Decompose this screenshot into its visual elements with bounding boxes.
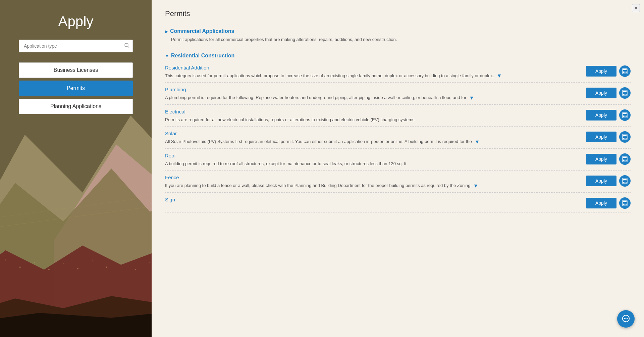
svg-rect-47	[626, 116, 627, 117]
svg-rect-60	[626, 159, 627, 159]
svg-line-21	[0, 193, 152, 222]
permit-item-electrical: Electrical Permits are required for all …	[165, 105, 631, 127]
svg-marker-5	[0, 296, 152, 337]
permit-info-electrical: Electrical Permits are required for all …	[165, 109, 586, 123]
svg-rect-53	[623, 138, 624, 139]
svg-marker-6	[0, 310, 152, 337]
apply-button-electrical[interactable]: Apply	[586, 110, 616, 121]
svg-point-10	[34, 262, 35, 263]
permit-name-fence: Fence	[165, 175, 579, 180]
permit-name-solar: Solar	[165, 131, 579, 136]
search-input[interactable]	[19, 40, 133, 52]
svg-rect-45	[623, 116, 624, 117]
svg-point-82	[626, 318, 627, 319]
category-commercial: ▶ Commercial Applications Permit applica…	[165, 25, 631, 46]
calc-button-electrical[interactable]	[619, 109, 631, 121]
svg-point-14	[92, 260, 93, 261]
search-button[interactable]	[124, 43, 129, 49]
apply-button-roof[interactable]: Apply	[586, 154, 616, 164]
svg-rect-42	[623, 115, 624, 115]
svg-rect-55	[626, 138, 627, 139]
right-panel: × Permits ▶ Commercial Applications Perm…	[152, 0, 644, 337]
permit-desc-residential-addition: This category is used for permit applica…	[165, 73, 494, 79]
calc-button-residential-addition[interactable]	[619, 65, 631, 77]
permit-item-roof: Roof A building permit is required to re…	[165, 149, 631, 171]
apply-button-residential-addition[interactable]: Apply	[586, 66, 616, 77]
left-panel: Apply Business Licenses Permits Planning…	[0, 0, 152, 337]
svg-point-16	[120, 263, 121, 264]
calc-button-solar[interactable]	[619, 131, 631, 143]
svg-rect-25	[623, 69, 627, 70]
apply-button-fence[interactable]: Apply	[586, 176, 616, 186]
svg-rect-66	[623, 181, 624, 181]
svg-rect-49	[623, 135, 627, 136]
permit-info-sign: Sign	[165, 197, 586, 204]
svg-rect-74	[623, 203, 624, 203]
apply-button-plumbing[interactable]: Apply	[586, 88, 616, 98]
calc-icon-3	[622, 112, 628, 118]
permit-name-plumbing: Plumbing	[165, 87, 579, 92]
svg-rect-65	[623, 179, 627, 180]
svg-rect-29	[623, 72, 624, 73]
nav-planning-applications[interactable]: Planning Applications	[19, 99, 133, 114]
permit-actions-residential-addition: Apply	[586, 65, 631, 77]
calc-button-plumbing[interactable]	[619, 87, 631, 99]
apply-button-solar[interactable]: Apply	[586, 132, 616, 142]
svg-rect-41	[623, 113, 627, 114]
calc-button-roof[interactable]	[619, 153, 631, 165]
category-residential: ▼ Residential Construction Residential A…	[165, 49, 631, 212]
permit-actions-sign: Apply	[586, 197, 631, 209]
svg-rect-58	[623, 159, 624, 159]
calc-icon	[622, 68, 628, 74]
svg-point-81	[624, 318, 625, 319]
svg-rect-70	[625, 182, 626, 183]
svg-rect-69	[623, 182, 624, 183]
expand-residential-addition[interactable]: ▼	[495, 73, 503, 79]
category-commercial-header[interactable]: ▶ Commercial Applications	[165, 25, 631, 36]
svg-rect-73	[623, 201, 627, 202]
svg-rect-50	[623, 137, 624, 137]
close-button[interactable]: ×	[632, 4, 640, 12]
svg-rect-27	[625, 71, 626, 71]
search-icon	[124, 43, 129, 48]
svg-rect-76	[626, 203, 627, 203]
expand-fence[interactable]: ▼	[472, 183, 480, 189]
svg-point-12	[63, 263, 64, 264]
commercial-desc: Permit applications for all commercial p…	[165, 36, 631, 46]
nav-business-licenses[interactable]: Business Licenses	[19, 62, 133, 78]
commercial-title: Commercial Applications	[170, 28, 234, 34]
permit-item-residential-addition: Residential Addition This category is us…	[165, 61, 631, 83]
chat-button[interactable]	[617, 310, 635, 328]
calc-icon-7	[622, 200, 628, 206]
category-residential-header[interactable]: ▼ Residential Construction	[165, 49, 631, 61]
svg-point-11	[48, 269, 50, 270]
permit-actions-electrical: Apply	[586, 109, 631, 121]
expand-plumbing[interactable]: ▼	[468, 95, 476, 101]
svg-rect-71	[626, 182, 627, 183]
divider-commercial	[165, 48, 631, 48]
svg-point-18	[149, 262, 150, 263]
permit-name-electrical: Electrical	[165, 109, 579, 114]
calc-icon-6	[622, 178, 628, 184]
permit-item-sign: Sign Apply	[165, 193, 631, 212]
calc-button-fence[interactable]	[619, 175, 631, 187]
permit-name-residential-addition: Residential Addition	[165, 65, 579, 70]
calc-button-sign[interactable]	[619, 197, 631, 209]
permit-item-solar: Solar All Solar Photovoltaic (PV) System…	[165, 127, 631, 149]
permit-info-solar: Solar All Solar Photovoltaic (PV) System…	[165, 131, 586, 145]
permit-info-fence: Fence If you are planning to build a fen…	[165, 175, 586, 189]
permit-desc-electrical: Permits are required for all new electri…	[165, 116, 416, 123]
svg-rect-62	[625, 160, 626, 161]
permit-info-residential-addition: Residential Addition This category is us…	[165, 65, 586, 79]
svg-rect-30	[625, 72, 626, 73]
permits-title: Permits	[165, 9, 631, 18]
expand-solar[interactable]: ▼	[473, 139, 481, 145]
search-wrapper	[19, 40, 133, 52]
apply-button-sign[interactable]: Apply	[586, 198, 616, 208]
svg-point-22	[125, 43, 128, 47]
nav-permits[interactable]: Permits	[19, 81, 133, 96]
svg-rect-57	[623, 157, 627, 158]
svg-rect-46	[625, 116, 626, 117]
svg-rect-51	[625, 137, 626, 137]
permit-desc-solar: All Solar Photovoltaic (PV) Systems firs…	[165, 138, 472, 145]
